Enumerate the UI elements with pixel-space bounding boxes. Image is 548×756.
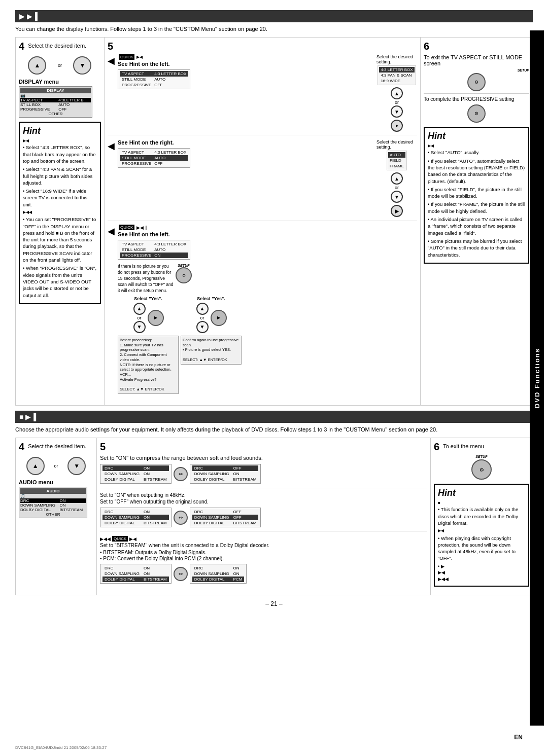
ds-nav[interactable]: ⇔ <box>174 511 188 525</box>
arrow-left-1: ◀ <box>108 55 115 66</box>
audio-setup-button[interactable]: ⚙ <box>471 459 492 480</box>
drc-left-menu: DRCON DOWN SAMPLINGON DOLBY DIGITALBITST… <box>100 464 172 484</box>
play-icon: ▶ ▶▐ <box>19 12 38 20</box>
right-hint-title: Hint <box>428 131 525 141</box>
nav-down-2[interactable]: ▼ <box>391 191 403 203</box>
drc-desc: Set to "ON" to compress the range betwee… <box>100 455 427 461</box>
audio-hint-2: • When playing disc with copyright prote… <box>438 535 525 562</box>
step5-content-3: QUICK ▶◀ ‖ See Hint on the left. TV ASPE… <box>118 225 417 395</box>
quick-badge-1: QUICK <box>119 54 134 60</box>
down-button[interactable]: ▼ <box>73 56 91 75</box>
right-hint-box: Hint ▶◀ • Select "AUTO" usually. • If yo… <box>424 127 529 263</box>
right-hint-icon: ▶◀ <box>428 143 525 148</box>
drc-enter-btn[interactable]: ⇔ <box>174 467 188 481</box>
progressive-controls: If there is no picture or you do not pre… <box>118 264 417 294</box>
right-hint-2: • If you select "AUTO", automatically se… <box>428 158 525 185</box>
step6-label-2: To complete the PROGRESSIVE setting <box>424 96 529 103</box>
or-yes-2: or <box>200 315 204 320</box>
dolby-nav[interactable]: ⇔ <box>174 567 188 581</box>
nav-yes-2[interactable]: ▲ or ▼ <box>196 302 209 334</box>
down-sampling-desc2: Set to "OFF" when outputting the origina… <box>100 499 427 505</box>
step4-label: Select the desired item. <box>28 43 86 49</box>
yes-group-2: Select "Yes". ▲ or ▼ ▶ Confirm again to … <box>181 296 242 395</box>
nav-up-1[interactable]: ▲ <box>391 87 403 99</box>
step4-num: 4 <box>19 41 24 52</box>
display-hint-box: Hint ▶◀ • Select "4:3 LETTER BOX", so th… <box>19 122 101 304</box>
step5-select-col-2: Select the desired setting. AUTO FIELD F… <box>376 139 417 217</box>
tv-aspect-menu-1: TV ASPECT4:3 LETTER BOX STILL MODEAUTO P… <box>118 69 190 89</box>
down-sampling-item: DOWN SAMPLING <box>20 503 60 508</box>
audio-step5-col: 5 Set to "ON" to compress the range betw… <box>97 438 431 595</box>
setup-button-2[interactable]: ⚙ <box>467 104 486 123</box>
step5-num: 5 <box>108 41 113 52</box>
enter-yes-1[interactable]: ▶ <box>148 310 164 326</box>
setup-button-prog[interactable]: ⚙ <box>176 267 192 283</box>
arrow-left-2: ◀ <box>108 140 115 152</box>
dolby-row: ▶◀◀ QUICK ▶◀ Set to "BITSTREAM" when the… <box>100 536 427 588</box>
audio-step5-num: 5 <box>100 441 106 453</box>
see-hint-left-1: See Hint on the left. <box>118 61 376 67</box>
dolby-right-menu: DRCON DOWN SAMPLINGON DOLBY DIGITALPCM <box>190 564 247 584</box>
yes-1-controls: ▲ or ▼ ▶ <box>133 302 164 334</box>
option-auto: AUTO <box>388 152 405 158</box>
right-hint-1: • Select "AUTO" usually. <box>428 149 525 156</box>
step6-label-1: To exit the TV ASPECT or STILL MODE scre… <box>424 54 529 66</box>
hint-title: Hint <box>23 126 97 136</box>
hint-item-4: • You can set "PROGRESSIVE" to "OFF" in … <box>23 216 97 263</box>
select-yes-group: Select "Yes". ▲ or ▼ ▶ Before proceeding… <box>118 296 417 395</box>
audio-intro: Choose the appropriate audio settings fo… <box>15 426 533 434</box>
drc-nav[interactable]: ⇔ <box>174 467 188 481</box>
nav-down-yes-2[interactable]: ▼ <box>196 321 209 333</box>
audio-step6-col: 6 To exit the menu SETUP ⚙ Hint ■ • This… <box>431 438 532 595</box>
dolby-desc: Set to "BITSTREAM" when the unit is conn… <box>100 543 427 548</box>
hint-item-1: • Select "4:3 LETTER BOX", so that black… <box>23 144 97 164</box>
display-step4-col: 4 Select the desired item. ▲ or ▼ DISPLA… <box>16 38 105 405</box>
nav-yes-1[interactable]: ▲ or ▼ <box>133 302 146 334</box>
enter-yes-2[interactable]: ▶ <box>211 310 227 326</box>
still-mode-item: STILL BOX <box>20 102 58 107</box>
ds-enter-btn[interactable]: ⇔ <box>174 511 188 525</box>
up-button[interactable]: ▲ <box>28 56 46 75</box>
step5-row-progressive: ◀ QUICK ▶◀ ‖ See Hint on the left. TV AS… <box>108 225 417 398</box>
down-sampling-desc1: Set to "ON" when outputting in 48kHz. <box>100 492 427 498</box>
still-mode-menu: TV ASPECT4:3 LETTER BOX STILL MODEAUTO P… <box>118 148 190 168</box>
audio-hint-content: • This function is available only on the… <box>438 506 525 582</box>
hint-play-icon: ▶◀ <box>23 138 97 143</box>
setup-label-disp1: SETUP <box>424 68 529 72</box>
nav-up-yes-2[interactable]: ▲ <box>196 303 209 315</box>
display-section-header: ▶ ▶▐ <box>15 10 533 22</box>
enter-circle-1[interactable]: ▶ <box>391 120 403 132</box>
audio-hint-icon-2: ▶◀ <box>438 528 525 533</box>
nav-up-yes-1[interactable]: ▲ <box>133 303 146 315</box>
hint-icon-group: ▶◀◀ <box>23 209 97 215</box>
audio-down-btn[interactable]: ▼ <box>67 457 86 475</box>
enter-btn-2[interactable]: ▶ <box>391 205 403 217</box>
audio-icon-cell: 🎵 <box>20 494 60 498</box>
menu-icon: 📷 <box>20 93 58 98</box>
audio-menu-label: AUDIO menu <box>19 479 93 485</box>
drc-inner: DRCON DOWN SAMPLINGON DOLBY DIGITALBITST… <box>100 463 427 485</box>
enter-btn-1[interactable]: ▶ <box>391 120 403 132</box>
hint-item-5: • When "PROGRESSIVE" is "ON", video sign… <box>23 265 97 298</box>
nav-down-1[interactable]: ▼ <box>391 105 403 118</box>
enter-circle-2[interactable]: ▶ <box>391 205 403 217</box>
see-hint-left-2: See Hint on the left. <box>118 231 417 237</box>
step5-row-still-mode: ◀ See Hint on the right. TV ASPECT4:3 LE… <box>108 139 417 221</box>
setup-button-1[interactable]: ⚙ <box>467 73 486 91</box>
tv-aspect-item: TV ASPECT <box>20 98 58 102</box>
audio-up-btn[interactable]: ▲ <box>26 457 45 475</box>
see-hint-right: See Hint on the right. <box>118 139 376 146</box>
select-yes-2: Select "Yes". <box>197 296 225 301</box>
audio-step6-label: To exit the menu <box>443 443 484 449</box>
nav-buttons-2[interactable]: ▲ or ▼ <box>390 172 403 203</box>
nav-up-2[interactable]: ▲ <box>391 172 403 185</box>
quick-badge-audio: QUICK <box>112 536 128 542</box>
nav-down-yes-1[interactable]: ▼ <box>133 321 146 333</box>
display-step5-col: 5 ◀ QUICK ▶◀ See Hint on the left. TV AS… <box>105 38 421 405</box>
nav-buttons-1[interactable]: ▲ or ▼ <box>390 87 403 118</box>
option-letterbox: 4:3 LETTER BOX <box>379 67 414 73</box>
pcm-desc: • PCM: Convert the Dolby Digital into PC… <box>100 556 427 561</box>
audio-hint-icon: ■ <box>438 500 525 505</box>
dolby-enter-btn[interactable]: ⇔ <box>174 567 188 581</box>
dolby-icons: ▶◀◀ <box>100 536 111 542</box>
